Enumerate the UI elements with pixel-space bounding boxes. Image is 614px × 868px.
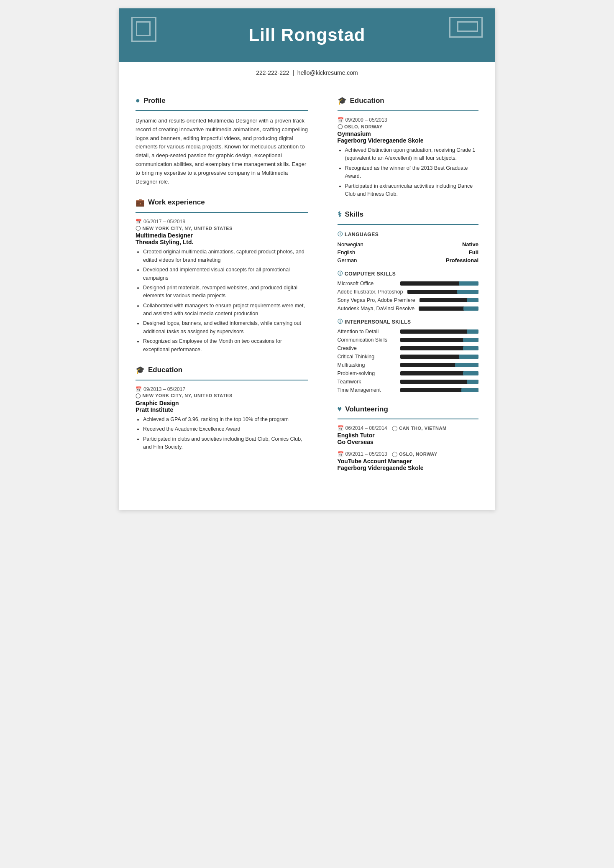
flask-icon: ⚕ [338,210,342,219]
lang-row-2: German Professional [338,257,479,263]
candidate-name: Lill Rongstad [249,25,366,45]
phone-number: 222-222-222 [256,69,289,76]
lang-name-1: English [338,249,356,255]
interp-skill-track-7 [400,388,479,392]
interp-skill-7: Time Management [338,387,479,393]
computer-skill-2: Sony Vegas Pro, Adobe Premiere [338,297,479,303]
vol-entry-0-location: CAN THO, VIETNAM [399,426,447,431]
resume-document: Lill Rongstad 222-222-222 | hello@kickre… [119,8,495,510]
interpersonal-skills-subsection: ⓘ INTERPERSONAL SKILLS Attention to Deta… [338,318,479,393]
edu-left-bullet-0-2: Participated in clubs and societies incl… [143,435,308,452]
interp-skill-track-3 [400,355,479,359]
interp-skill-label-4: Multitasking [338,362,396,368]
edu-left-entry-0-bullets: Achieved a GPA of 3.96, ranking in the t… [136,416,308,452]
work-experience-section: 💼 Work experience 📅 06/2017 – 05/2019 ◯ … [136,198,308,354]
vol-entry-1: 📅 09/2011 – 05/2013 ◯ OSLO, NORWAY YouTu… [338,451,479,471]
header-decoration-right [449,17,483,38]
work-section-title: 💼 Work experience [136,198,308,207]
interp-skill-fill-3 [459,355,478,359]
education-left-section: 🎓 Education 📅 09/2013 – 05/2017 ◯ NEW YO… [136,365,308,452]
profile-text: Dynamic and results-oriented Multimedia … [136,117,308,186]
heart-icon: ♥ [338,405,342,414]
languages-subsection: ⓘ LANGUAGES Norwegian Native English Ful… [338,231,479,263]
volunteering-section-title: ♥ Volunteering [338,405,479,414]
pin-icon-edu-right-0: ◯ [338,124,343,129]
edu-right-entry-0-location: ◯ OSLO, NORWAY [338,124,479,129]
computer-skill-fill-3 [463,306,478,311]
calendar-icon-vol-1: 📅 [338,451,344,457]
briefcase-icon: 💼 [136,198,145,207]
vol-entry-1-dates: 📅 09/2011 – 05/2013 ◯ OSLO, NORWAY [338,451,479,457]
pin-icon-vol-0: ◯ [392,425,397,431]
calendar-icon-edu-right-0: 📅 [338,117,344,123]
info-icon-lang: ⓘ [338,231,343,238]
header-decoration-left [131,17,156,42]
computer-skill-track-0 [400,281,479,286]
work-bullet-0-4: Designed logos, banners, and edited info… [143,319,308,336]
computer-skill-label-3: Autodesk Maya, DaVinci Resolve [338,306,415,311]
lang-level-0: Native [462,241,478,248]
contact-bar: 222-222-222 | hello@kickresume.com [119,62,495,80]
info-icon-interpersonal: ⓘ [338,318,343,325]
work-divider [136,212,308,213]
interp-skill-1: Communication Skills [338,337,479,343]
calendar-icon-edu-left-0: 📅 [136,386,142,392]
resume-header: Lill Rongstad [119,8,495,62]
education-right-section-title: 🎓 Education [338,96,479,105]
education-right-section: 🎓 Education 📅 09/2009 – 05/2013 ◯ OSLO, … [338,96,479,198]
education-right-divider [338,110,479,111]
computer-skill-1: Adobe Illustrator, Photoshop [338,289,479,295]
interp-skill-label-6: Teamwork [338,379,396,385]
info-icon-computer: ⓘ [338,270,343,277]
interp-skill-2: Creative [338,345,479,351]
computer-skills-subtitle: ⓘ COMPUTER SKILLS [338,270,479,277]
work-entry-0-dates: 📅 06/2017 – 05/2019 [136,219,308,225]
education-left-section-title: 🎓 Education [136,365,308,375]
computer-skill-fill-0 [459,281,478,286]
edu-right-entry-0-dates: 📅 09/2009 – 05/2013 [338,117,479,123]
interp-skill-label-1: Communication Skills [338,337,396,343]
computer-skill-fill-2 [467,298,478,302]
skills-divider [338,224,479,225]
work-entry-0-bullets: Created original multimedia animations, … [136,248,308,354]
contact-separator: | [292,69,294,76]
edu-left-entry-0-dates: 📅 09/2013 – 05/2017 [136,386,308,392]
interp-skill-4: Multitasking [338,362,479,368]
interp-skill-fill-6 [467,380,478,384]
edu-right-entry-0-title: Gymnasium [338,130,479,137]
vol-entry-0: 📅 06/2014 – 08/2014 ◯ CAN THO, VIETNAM E… [338,425,479,445]
edu-left-entry-0-location: ◯ NEW YORK CITY, NY, UNITED STATES [136,393,308,398]
interp-skill-label-7: Time Management [338,387,396,393]
computer-skills-subsection: ⓘ COMPUTER SKILLS Microsoft Office Adobe… [338,270,479,311]
decoration-outer-rect [131,17,156,42]
profile-section: ● Profile Dynamic and results-oriented M… [136,96,308,186]
interp-skill-track-4 [400,363,479,367]
edu-right-entry-0-bullets: Achieved Distinction upon graduation, re… [338,146,479,198]
computer-skill-0: Microsoft Office [338,281,479,286]
work-bullet-0-1: Developed and implemented visual concept… [143,266,308,282]
interp-skill-0: Attention to Detail [338,329,479,334]
vol-entry-1-org: Fagerborg Videregaende Skole [338,465,479,471]
interp-skill-track-2 [400,346,479,350]
skills-section-title: ⚕ Skills [338,210,479,219]
interp-skill-track-1 [400,338,479,342]
graduation-icon-left: 🎓 [136,365,145,375]
interp-skill-fill-0 [467,329,478,334]
decoration-right-outer [449,17,483,38]
lang-level-1: Full [469,249,478,255]
education-left-divider [136,380,308,380]
computer-skill-label-2: Sony Vegas Pro, Adobe Premiere [338,297,415,303]
work-bullet-0-2: Designed print materials, revamped websi… [143,284,308,300]
interp-skill-fill-1 [463,338,479,342]
volunteering-divider [338,419,479,419]
lang-name-2: German [338,257,357,263]
work-entry-0-title: Multimedia Designer [136,232,308,239]
interp-skill-6: Teamwork [338,379,479,385]
email-address: hello@kickresume.com [297,69,358,76]
computer-skill-label-0: Microsoft Office [338,281,396,286]
graduation-icon-right: 🎓 [338,96,347,105]
interp-skill-track-0 [400,329,479,334]
interp-skill-5: Problem-solving [338,370,479,376]
profile-section-title: ● Profile [136,96,308,105]
left-column: ● Profile Dynamic and results-oriented M… [136,84,317,477]
